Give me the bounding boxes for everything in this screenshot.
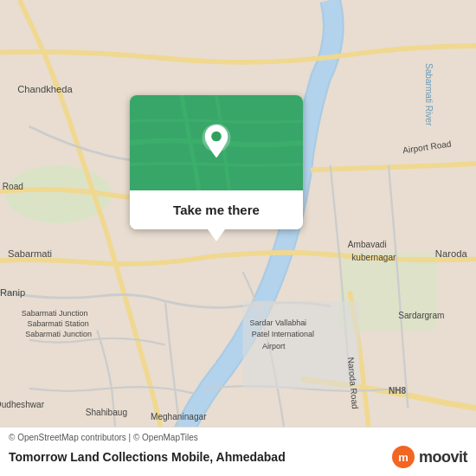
attribution-text: © OpenStreetMap contributors | © OpenMap…	[9, 433, 467, 442]
svg-text:Patel International: Patel International	[252, 330, 314, 338]
svg-text:Sardar Vallabhai: Sardar Vallabhai	[249, 318, 306, 327]
svg-text:Chandkheda: Chandkheda	[17, 84, 73, 94]
svg-text:Sabarmati: Sabarmati	[8, 248, 52, 259]
take-me-there-button[interactable]: Take me there	[130, 190, 303, 229]
svg-rect-0	[0, 0, 476, 476]
svg-text:Kali Road: Kali Road	[0, 182, 23, 191]
svg-text:NH8: NH8	[389, 386, 407, 396]
card-map-preview	[130, 95, 303, 190]
svg-text:kubernagar: kubernagar	[351, 253, 396, 262]
svg-text:Sabarmati Junction: Sabarmati Junction	[25, 330, 92, 338]
map-background: Chandkheda Kali Road Sabarmati Ranip Sab…	[0, 0, 476, 476]
place-info: Tomorrow Land Collections Mobile, Ahmeda…	[9, 445, 467, 469]
svg-text:Sabarmati Junction: Sabarmati Junction	[22, 309, 88, 318]
svg-text:Sardargram: Sardargram	[398, 311, 444, 320]
bottom-bar: © OpenStreetMap contributors | © OpenMap…	[0, 427, 476, 476]
moovit-logo: m moovit	[391, 445, 467, 469]
take-me-there-card: Take me there	[130, 95, 303, 229]
card-pointer	[208, 229, 225, 241]
svg-text:Ranip: Ranip	[0, 287, 25, 298]
svg-text:Sabarmati Station: Sabarmati Station	[27, 319, 88, 328]
svg-text:m: m	[398, 451, 408, 464]
svg-point-28	[211, 132, 222, 142]
svg-text:Naroda: Naroda	[435, 248, 468, 259]
svg-text:Airport: Airport	[262, 342, 286, 351]
map-container[interactable]: Chandkheda Kali Road Sabarmati Ranip Sab…	[0, 0, 476, 476]
moovit-brand-icon: m	[391, 445, 415, 469]
location-pin-icon	[196, 122, 237, 164]
svg-text:Sabarmati River: Sabarmati River	[424, 63, 434, 126]
moovit-brand-name: moovit	[419, 448, 467, 466]
svg-text:Shahibaug: Shahibaug	[86, 408, 127, 417]
svg-rect-3	[243, 301, 360, 389]
place-name: Tomorrow Land Collections Mobile, Ahmeda…	[9, 450, 286, 464]
svg-text:Ambavadi: Ambavadi	[348, 240, 387, 249]
svg-text:Meghaninagar: Meghaninagar	[151, 412, 207, 421]
svg-text:Dudheshwar: Dudheshwar	[0, 400, 45, 409]
